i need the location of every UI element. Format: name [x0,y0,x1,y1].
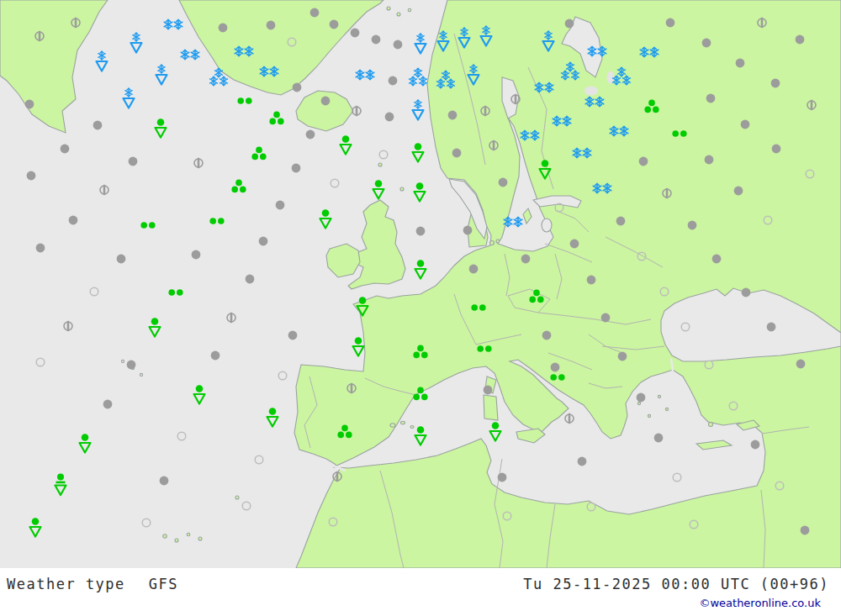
symbol-cloudy [542,331,552,340]
symbol-cloudy [351,29,360,38]
symbol-cloudy [61,145,70,154]
symbol-cloudy [498,473,507,482]
island-aegean [658,395,660,398]
symbol-cloudy [736,59,745,68]
symbol-cloudy [267,21,276,30]
symbol-cloudy [330,20,339,29]
symbol-cloudy [416,227,426,236]
symbol-cloudy [705,155,714,165]
symbol-cloudy [389,76,398,86]
symbol-cloudy [706,94,716,103]
symbol-cloudy [127,361,136,370]
island [490,241,495,245]
symbol-cloudy [452,149,462,158]
symbol-cloudy [219,24,228,33]
europe-map-canvas [0,0,841,568]
model-label: GFS [149,576,178,592]
symbol-cloudy [751,440,760,450]
symbol-cloudy [246,275,255,284]
symbol-cloudy [801,526,810,535]
island-ibiza [410,426,414,429]
island-sardinia [484,395,498,420]
island-canary [198,537,202,540]
valid-time-label: Tu 25-11-2025 00:00 UTC (00+96) [523,576,829,592]
symbol-cloudy [306,130,315,140]
symbol-cloudy [293,83,302,92]
symbol-cloudy [103,400,113,409]
symbol-cloudy [292,164,301,173]
weather-map-page: Weather typeGFS Tu 25-11-2025 00:00 UTC … [0,0,841,616]
symbol-cloudy [767,323,776,332]
symbol-cloudy [484,386,493,395]
symbol-cloudy [499,178,508,187]
symbol-cloudy [587,276,596,285]
symbol-cloudy [618,352,627,361]
weather-map [0,0,841,568]
island-aegean [637,402,640,404]
symbol-cloudy [259,237,268,246]
island-faroe [378,163,382,166]
symbol-cloudy [639,157,648,166]
symbol-cloudy [616,217,626,226]
symbol-cloudy [192,250,201,260]
island-aegean [665,408,668,410]
symbol-cloudy [93,121,103,130]
symbol-cloudy [688,221,697,230]
symbol-cloudy [321,97,331,106]
symbol-cloudy [117,255,126,264]
island-aegean [648,414,650,417]
copyright-link[interactable]: ©weatheronline.co.uk [699,597,821,609]
symbol-cloudy [469,265,479,274]
symbol-cloudy [772,145,781,154]
symbol-cloudy [712,255,722,264]
island-canary [163,534,167,538]
island-mallorca [390,424,395,427]
symbol-cloudy [276,201,285,210]
symbol-cloudy [211,351,220,361]
symbol-cloudy [27,171,36,181]
symbol-cloudy [771,79,780,88]
symbol-cloudy [372,35,381,45]
symbol-cloudy [129,157,138,166]
symbol-cloudy [637,393,646,403]
symbol-cloudy [385,113,394,122]
symbol-cloudy [742,288,751,297]
symbol-cloudy [734,187,743,196]
symbol-cloudy [666,18,675,28]
symbol-cloudy [463,226,473,235]
symbol-cloudy [601,313,611,323]
island [408,8,411,12]
island-canary [175,539,178,542]
symbol-cloudy [796,360,806,369]
symbol-cloudy [551,363,560,372]
symbol-cloudy [521,255,531,264]
island-madeira [235,496,239,499]
island-menorca [401,421,405,424]
symbol-cloudy [654,434,664,443]
symbol-cloudy [702,39,711,48]
symbol-cloudy [570,240,579,249]
symbol-cloudy [565,19,574,29]
island [387,7,390,10]
symbol-cloudy [160,476,169,486]
symbol-cloudy [741,120,750,129]
footer-bar: Weather typeGFS Tu 25-11-2025 00:00 UTC … [0,568,841,616]
symbol-cloudy [25,100,34,109]
lake-ladoga [584,87,598,96]
island [397,13,400,16]
sea-gulf-of-riga [542,218,552,232]
symbol-cloudy [36,244,45,253]
island-azores [121,360,124,362]
island-shetland [400,187,404,191]
symbol-cloudy [69,216,78,225]
island-canary [187,533,190,536]
island-azores [140,373,142,376]
product-label: Weather type [7,576,125,592]
symbol-cloudy [310,8,320,18]
product-title: Weather typeGFS [7,576,178,592]
symbol-cloudy [578,457,587,466]
symbol-cloudy [394,40,403,50]
symbol-cloudy [796,35,805,45]
island-rhodes [709,423,713,427]
symbol-cloudy [288,331,298,340]
